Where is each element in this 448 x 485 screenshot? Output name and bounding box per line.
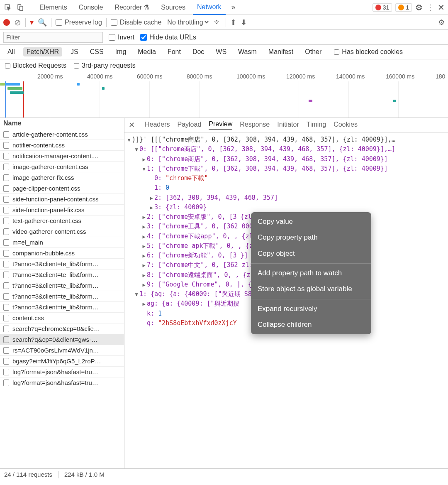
inspect-icon[interactable] xyxy=(3,3,12,12)
request-row[interactable]: search?q=chrome&cp=0&clie… xyxy=(0,323,124,334)
warning-badge[interactable]: 1 xyxy=(395,3,412,12)
dtab-response[interactable]: Response xyxy=(240,121,270,129)
request-row[interactable]: t?anno=3&client=te_lib&form… xyxy=(0,259,124,269)
search-icon[interactable]: 🔍 xyxy=(38,18,47,27)
request-name: bgasy?ei=MJfiYp6qG5_L2roP… xyxy=(12,358,101,365)
ctx-copy-property-path[interactable]: Copy property path xyxy=(251,230,371,245)
request-name: article-gatherer-content.css xyxy=(12,131,88,138)
request-name: video-gatherer-content.css xyxy=(12,228,86,235)
timeline-tick: 160000 ms xyxy=(386,73,414,80)
overview-timeline[interactable]: 20000 ms40000 ms60000 ms80000 ms100000 m… xyxy=(0,72,448,118)
ctx-copy-object[interactable]: Copy object xyxy=(251,246,371,262)
tab-console[interactable]: Console xyxy=(75,0,107,15)
settings-gear-icon[interactable]: ⚙ xyxy=(438,18,445,27)
file-icon xyxy=(3,336,9,343)
dtab-payload[interactable]: Payload xyxy=(177,121,201,129)
request-row[interactable]: t?anno=3&client=te_lib&form… xyxy=(0,291,124,302)
record-icon[interactable] xyxy=(3,19,10,26)
dtab-preview[interactable]: Preview xyxy=(209,120,232,130)
upload-icon[interactable]: ⬆ xyxy=(230,18,236,27)
request-row[interactable]: notifier-content.css xyxy=(0,140,124,151)
preserve-log-checkbox[interactable]: Preserve log xyxy=(56,19,102,26)
dtab-headers[interactable]: Headers xyxy=(145,121,170,129)
request-row[interactable]: log?format=json&hasfast=tru… xyxy=(0,377,124,388)
tab-network[interactable]: Network xyxy=(193,0,226,15)
ctx-store-global[interactable]: Store object as global variable xyxy=(251,281,371,297)
type-doc[interactable]: Doc xyxy=(189,47,207,56)
throttling-select[interactable]: No throttling xyxy=(166,18,210,26)
request-list-header[interactable]: Name xyxy=(0,118,124,129)
request-row[interactable]: page-clipper-content.css xyxy=(0,183,124,194)
type-js[interactable]: JS xyxy=(67,47,82,56)
error-badge[interactable]: 31 xyxy=(373,3,392,12)
request-row[interactable]: bgasy?ei=MJfiYp6qG5_L2roP… xyxy=(0,356,124,367)
request-row[interactable]: notification-manager-content.... xyxy=(0,151,124,162)
request-row[interactable]: t?anno=3&client=te_lib&form… xyxy=(0,302,124,313)
context-menu: Copy value Copy property path Copy objec… xyxy=(251,212,371,334)
file-icon xyxy=(3,164,9,170)
type-media[interactable]: Media xyxy=(134,47,159,56)
request-row[interactable]: companion-bubble.css xyxy=(0,248,124,259)
invert-checkbox[interactable]: Invert xyxy=(109,34,134,41)
request-row[interactable]: side-function-panel-fix.css xyxy=(0,205,124,216)
request-row[interactable]: content.css xyxy=(0,313,124,323)
ctx-add-watch[interactable]: Add property path to watch xyxy=(251,265,371,281)
blocked-requests-checkbox[interactable]: Blocked Requests xyxy=(5,62,66,69)
wifi-icon[interactable]: ᯤ xyxy=(214,18,222,27)
request-name: notifier-content.css xyxy=(12,142,65,149)
request-row[interactable]: video-gatherer-content.css xyxy=(0,226,124,237)
dtab-initiator[interactable]: Initiator xyxy=(277,121,299,129)
request-list: Name article-gatherer-content.cssnotifie… xyxy=(0,118,124,468)
request-row[interactable]: rs=ACT90oGrsLIvm4WdV1jn… xyxy=(0,345,124,356)
request-row[interactable]: m=el_main xyxy=(0,237,124,248)
filter-toggle-icon[interactable]: ▾ xyxy=(30,18,34,27)
gear-icon[interactable]: ⚙ xyxy=(415,2,423,12)
clear-icon[interactable]: ⊘ xyxy=(14,17,21,27)
type-fetch-xhr[interactable]: Fetch/XHR xyxy=(23,47,62,56)
device-toggle-icon[interactable] xyxy=(16,3,25,12)
tab-recorder[interactable]: Recorder ⚗ xyxy=(110,0,153,15)
dtab-timing[interactable]: Timing xyxy=(307,121,326,129)
close-icon[interactable]: ✕ xyxy=(438,2,445,12)
download-icon[interactable]: ⬇ xyxy=(241,18,247,27)
third-party-checkbox[interactable]: 3rd-party requests xyxy=(74,62,136,69)
dtab-cookies[interactable]: Cookies xyxy=(334,121,358,129)
preview-tree[interactable]: ▼)]}' [[["chrome商店", 0, [362, 308, 394, … xyxy=(124,132,448,468)
type-ws[interactable]: WS xyxy=(212,47,230,56)
type-wasm[interactable]: Wasm xyxy=(235,47,260,56)
type-img[interactable]: Img xyxy=(112,47,130,56)
more-tabs-icon[interactable]: » xyxy=(229,3,238,12)
tab-sources[interactable]: Sources xyxy=(157,0,190,15)
request-row[interactable]: image-gatherer-fix.css xyxy=(0,172,124,183)
kebab-icon[interactable]: ⋮ xyxy=(426,2,434,12)
request-row[interactable]: log?format=json&hasfast=tru… xyxy=(0,367,124,377)
ctx-expand-recursively[interactable]: Expand recursively xyxy=(251,301,371,317)
disable-cache-checkbox[interactable]: Disable cache xyxy=(111,19,162,26)
request-name: side-function-panel-content.css xyxy=(12,196,99,203)
request-name: t?anno=3&client=te_lib&form… xyxy=(12,282,99,289)
status-bar: 24 / 114 requests 224 kB / 1.0 M xyxy=(0,468,448,480)
hide-data-urls-checkbox[interactable]: Hide data URLs xyxy=(140,34,196,41)
has-blocked-cookies-checkbox[interactable]: Has blocked cookies xyxy=(334,48,403,56)
file-icon xyxy=(3,250,9,257)
type-css[interactable]: CSS xyxy=(87,47,107,56)
type-all[interactable]: All xyxy=(4,47,18,56)
ctx-collapse-children[interactable]: Collapse children xyxy=(251,317,371,333)
close-detail-icon[interactable]: ✕ xyxy=(129,120,137,130)
request-row[interactable]: image-gatherer-content.css xyxy=(0,162,124,172)
detail-panel: ✕ Headers Payload Preview Response Initi… xyxy=(124,118,448,468)
type-font[interactable]: Font xyxy=(164,47,184,56)
ctx-copy-value[interactable]: Copy value xyxy=(251,214,371,230)
request-name: log?format=json&hasfast=tru… xyxy=(12,368,98,375)
filter-input[interactable] xyxy=(3,32,103,43)
request-row[interactable]: search?q&cp=0&client=gws-… xyxy=(0,334,124,345)
type-other[interactable]: Other xyxy=(302,47,325,56)
type-manifest[interactable]: Manifest xyxy=(265,47,297,56)
request-row[interactable]: text-gatherer-content.css xyxy=(0,216,124,226)
tab-elements[interactable]: Elements xyxy=(35,0,71,15)
request-row[interactable]: article-gatherer-content.css xyxy=(0,129,124,140)
request-row[interactable]: t?anno=3&client=te_lib&form… xyxy=(0,269,124,280)
file-icon xyxy=(3,369,9,375)
request-row[interactable]: side-function-panel-content.css xyxy=(0,194,124,205)
request-row[interactable]: t?anno=3&client=te_lib&form… xyxy=(0,280,124,291)
